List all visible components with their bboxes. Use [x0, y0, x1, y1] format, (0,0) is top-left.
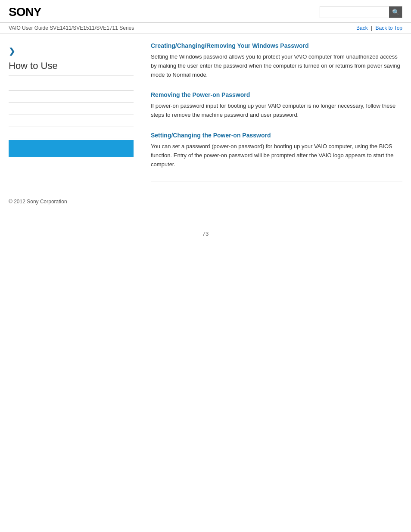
list-item[interactable]: [9, 127, 134, 139]
list-item[interactable]: [9, 103, 134, 115]
nav-bar: VAIO User Guide SVE1411/SVE1511/SVE1711 …: [0, 23, 411, 34]
search-icon: 🔍: [392, 9, 399, 16]
copyright-text: © 2012 Sony Corporation: [9, 194, 134, 209]
section-2-title[interactable]: Removing the Power-on Password: [151, 91, 402, 98]
nav-separator: |: [371, 25, 372, 31]
search-button[interactable]: 🔍: [389, 6, 402, 18]
content-area: Creating/Changing/Removing Your Windows …: [142, 42, 402, 209]
back-to-top-link[interactable]: Back to Top: [376, 25, 402, 31]
page-number: 73: [0, 230, 411, 246]
main-container: ❯ How to Use © 2012 Sony Corporation Cre…: [0, 34, 411, 218]
sony-logo: SONY: [9, 5, 41, 19]
list-item[interactable]: [9, 91, 134, 103]
sidebar-chevron-icon[interactable]: ❯: [9, 47, 134, 56]
content-section-3: Setting/Changing the Power-on Password Y…: [151, 132, 402, 169]
search-input[interactable]: [320, 6, 389, 18]
content-section-1: Creating/Changing/Removing Your Windows …: [151, 42, 402, 79]
section-3-title[interactable]: Setting/Changing the Power-on Password: [151, 132, 402, 139]
list-item[interactable]: [9, 79, 134, 91]
search-container: 🔍: [320, 6, 402, 18]
sidebar-title: How to Use: [9, 60, 134, 75]
back-link[interactable]: Back: [356, 25, 368, 31]
list-item[interactable]: [9, 170, 134, 182]
content-section-2: Removing the Power-on Password If power-…: [151, 91, 402, 120]
page-header: SONY 🔍: [0, 0, 411, 23]
breadcrumb: VAIO User Guide SVE1411/SVE1511/SVE1711 …: [9, 25, 134, 31]
list-item[interactable]: [9, 158, 134, 170]
section-1-body: Setting the Windows password allows you …: [151, 53, 402, 79]
list-item[interactable]: [9, 115, 134, 127]
nav-links: Back | Back to Top: [356, 25, 402, 31]
sidebar-active-item[interactable]: [9, 140, 134, 157]
section-3-body: You can set a password (power-on passwor…: [151, 142, 402, 169]
section-2-body: If power-on password input for booting u…: [151, 102, 402, 120]
list-item[interactable]: [9, 182, 134, 194]
content-divider: [151, 181, 402, 181]
section-1-title[interactable]: Creating/Changing/Removing Your Windows …: [151, 42, 402, 49]
sidebar: ❯ How to Use © 2012 Sony Corporation: [9, 42, 142, 209]
